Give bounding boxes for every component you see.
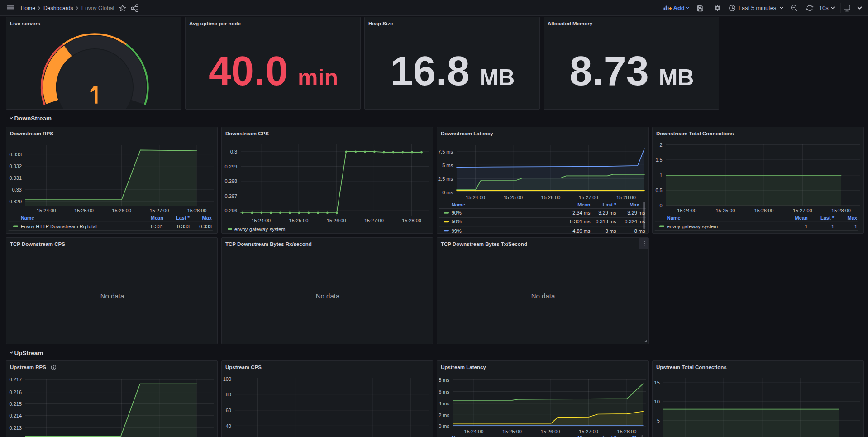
- svg-text:15:24:00: 15:24:00: [464, 429, 484, 434]
- svg-text:0.333: 0.333: [177, 224, 190, 229]
- svg-text:Downstream Latency: Downstream Latency: [441, 131, 493, 136]
- svg-text:Mean: Mean: [577, 435, 590, 437]
- svg-text:Max: Max: [632, 435, 642, 437]
- svg-text:15:25:00: 15:25:00: [74, 208, 94, 213]
- svg-text:Name: Name: [452, 435, 465, 437]
- svg-text:Allocated Memory: Allocated Memory: [548, 21, 593, 26]
- svg-text:8 ms: 8 ms: [439, 377, 449, 383]
- svg-text:0.3: 0.3: [230, 149, 237, 154]
- svg-text:0 ms: 0 ms: [442, 190, 453, 195]
- svg-text:5: 5: [657, 418, 660, 423]
- svg-text:15:26:00: 15:26:00: [541, 195, 561, 200]
- svg-text:0: 0: [660, 203, 663, 208]
- svg-text:0.217: 0.217: [9, 377, 22, 382]
- svg-text:Mean: Mean: [795, 215, 808, 221]
- svg-text:TCP Downstream CPS: TCP Downstream CPS: [10, 241, 65, 247]
- svg-text:Name: Name: [452, 202, 465, 207]
- svg-text:Mean: Mean: [151, 215, 163, 221]
- svg-text:100: 100: [223, 376, 231, 382]
- svg-text:15:26:00: 15:26:00: [541, 429, 560, 434]
- svg-text:envoy-gateway-system: envoy-gateway-system: [234, 226, 286, 232]
- svg-text:Max: Max: [630, 202, 639, 207]
- svg-text:1: 1: [660, 173, 663, 178]
- svg-text:Envoy Global: Envoy Global: [81, 5, 114, 11]
- svg-text:0.214: 0.214: [9, 413, 22, 418]
- svg-text:0.331: 0.331: [151, 224, 163, 229]
- svg-text:envoy-gateway-system: envoy-gateway-system: [667, 224, 718, 229]
- svg-text:1.5: 1.5: [655, 157, 662, 163]
- svg-text:TCP Downstream Bytes Tx/Second: TCP Downstream Bytes Tx/Second: [441, 241, 527, 247]
- svg-text:Avg uptime per node: Avg uptime per node: [189, 21, 241, 26]
- svg-text:90%: 90%: [452, 210, 462, 216]
- svg-text:15:26:00: 15:26:00: [754, 208, 774, 213]
- svg-text:0.296: 0.296: [224, 208, 237, 213]
- svg-text:40.0 min: 40.0 min: [209, 48, 338, 94]
- svg-text:15:25:00: 15:25:00: [715, 208, 735, 213]
- svg-text:Upstream CPS: Upstream CPS: [225, 365, 262, 370]
- svg-text:0.216: 0.216: [9, 389, 22, 395]
- svg-text:Last *: Last *: [603, 435, 617, 437]
- svg-text:15:24:00: 15:24:00: [251, 218, 271, 223]
- svg-text:4.89 ms: 4.89 ms: [572, 228, 591, 234]
- svg-text:15:28:00: 15:28:00: [187, 208, 207, 213]
- svg-text:Last 5 minutes: Last 5 minutes: [739, 5, 776, 11]
- svg-text:0.301 ms: 0.301 ms: [570, 219, 591, 224]
- svg-text:15:27:00: 15:27:00: [793, 208, 812, 213]
- svg-text:2.34 ms: 2.34 ms: [572, 210, 591, 216]
- svg-text:80: 80: [226, 392, 231, 397]
- svg-text:Last *: Last *: [820, 215, 835, 221]
- svg-text:2.5 ms: 2.5 ms: [438, 176, 453, 182]
- svg-text:3.29 ms: 3.29 ms: [598, 210, 616, 216]
- svg-text:Live servers: Live servers: [10, 21, 40, 26]
- svg-text:2 ms: 2 ms: [439, 413, 449, 418]
- svg-text:40: 40: [226, 423, 231, 429]
- svg-text:Dashboards: Dashboards: [43, 5, 73, 11]
- svg-text:0.297: 0.297: [224, 193, 237, 199]
- svg-text:0.213: 0.213: [9, 425, 22, 431]
- svg-text:Max: Max: [848, 215, 858, 221]
- svg-text:15:24:00: 15:24:00: [466, 195, 485, 200]
- svg-text:15:25:00: 15:25:00: [289, 218, 309, 223]
- svg-text:0.33: 0.33: [12, 187, 22, 192]
- svg-text:0.333: 0.333: [199, 224, 212, 229]
- svg-text:15:28:00: 15:28:00: [831, 208, 851, 213]
- svg-text:UpStream: UpStream: [14, 350, 43, 356]
- svg-text:Downstream CPS: Downstream CPS: [225, 131, 269, 136]
- svg-text:10: 10: [654, 399, 660, 404]
- svg-text:6 ms: 6 ms: [439, 389, 449, 394]
- svg-text:4 ms: 4 ms: [439, 401, 449, 406]
- svg-text:15:28:00: 15:28:00: [617, 429, 637, 434]
- svg-text:0 ms: 0 ms: [439, 423, 449, 429]
- svg-text:0.331: 0.331: [9, 175, 22, 181]
- svg-text:1: 1: [854, 224, 857, 229]
- svg-text:0.5: 0.5: [655, 187, 662, 193]
- svg-text:0.215: 0.215: [9, 401, 22, 407]
- svg-text:15:27:00: 15:27:00: [364, 218, 384, 223]
- svg-text:0.329: 0.329: [9, 199, 22, 204]
- svg-text:1: 1: [831, 224, 834, 229]
- svg-text:15:27:00: 15:27:00: [149, 208, 169, 213]
- svg-text:Last *: Last *: [176, 215, 190, 221]
- svg-text:10s: 10s: [819, 5, 829, 11]
- svg-text:60: 60: [226, 408, 231, 413]
- svg-text:Max: Max: [202, 215, 212, 221]
- svg-text:2: 2: [660, 142, 663, 148]
- svg-text:Upstream Latency: Upstream Latency: [441, 365, 486, 370]
- svg-text:15:26:00: 15:26:00: [327, 218, 346, 223]
- svg-text:15: 15: [654, 380, 660, 385]
- svg-text:15:27:00: 15:27:00: [579, 429, 598, 434]
- svg-text:5 ms: 5 ms: [442, 163, 453, 168]
- svg-text:8.73 MB: 8.73 MB: [570, 48, 694, 94]
- svg-text:7.5 ms: 7.5 ms: [438, 149, 453, 154]
- svg-text:15:28:00: 15:28:00: [616, 195, 636, 200]
- svg-text:Heap Size: Heap Size: [368, 21, 393, 26]
- svg-text:8 ms: 8 ms: [606, 228, 616, 234]
- svg-text:No data: No data: [531, 292, 555, 300]
- svg-text:99%: 99%: [452, 228, 462, 234]
- svg-text:15:25:00: 15:25:00: [503, 195, 523, 200]
- svg-text:15:27:00: 15:27:00: [579, 195, 598, 200]
- svg-text:0.313 ms: 0.313 ms: [596, 219, 616, 224]
- svg-text:0.298: 0.298: [224, 178, 237, 184]
- svg-text:Last *: Last *: [603, 202, 617, 207]
- svg-text:0.332: 0.332: [9, 163, 22, 169]
